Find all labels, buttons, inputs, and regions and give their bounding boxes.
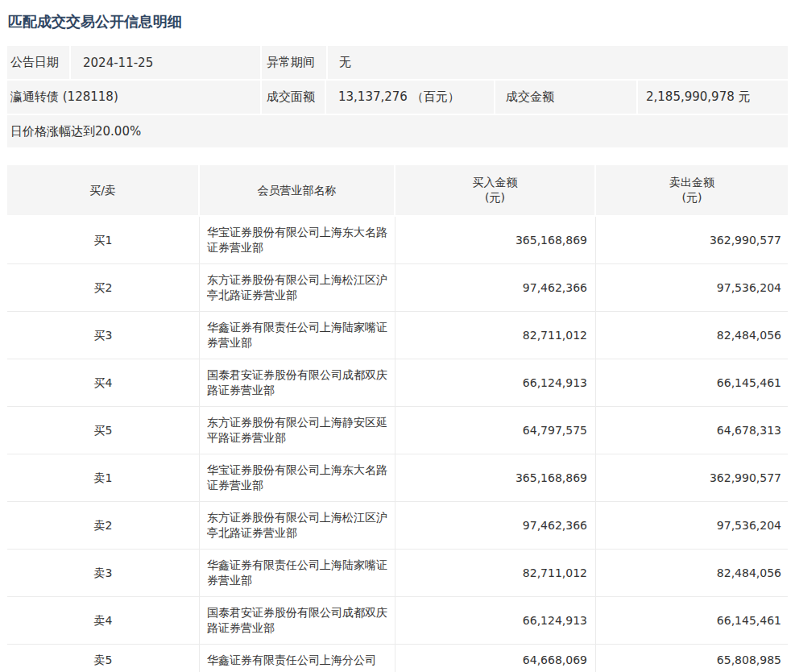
member-trade-table: 买/卖 会员营业部名称 买入金额 (元) 卖出金额 (元) 买1华宝证券股份有限… — [7, 165, 788, 672]
table-body: 买1华宝证券股份有限公司上海东大名路证券营业部365,168,869362,99… — [7, 217, 788, 672]
member-cell: 华鑫证券有限责任公司上海陆家嘴证券营业部 — [200, 550, 395, 596]
sell-amount-cell: 66,145,461 — [596, 597, 788, 644]
table-row: 卖4国泰君安证券股份有限公司成都双庆路证券营业部66,124,91366,145… — [7, 596, 788, 644]
side-cell: 买1 — [7, 217, 200, 263]
buy-amount-cell: 97,462,366 — [395, 264, 596, 311]
member-cell: 东方证券股份有限公司上海松江区沪亭北路证券营业部 — [200, 502, 395, 549]
table-row: 买4国泰君安证券股份有限公司成都双庆路证券营业部66,124,91366,145… — [7, 359, 788, 406]
table-row: 买3华鑫证券有限责任公司上海陆家嘴证券营业部82,711,01282,484,0… — [7, 311, 788, 359]
table-row: 买2东方证券股份有限公司上海松江区沪亭北路证券营业部97,462,36697,5… — [7, 263, 788, 311]
buy-amount-cell: 97,462,366 — [395, 502, 596, 549]
info-row-security: 瀛通转债 (128118) 成交面额 13,137,276 （百元） 成交金额 … — [7, 81, 788, 114]
member-cell: 华鑫证券有限责任公司上海分公司 — [200, 645, 395, 672]
buy-amount-cell: 66,124,913 — [395, 597, 596, 644]
announce-date-label: 公告日期 — [7, 46, 69, 79]
column-header-buy-amount: 买入金额 (元) — [395, 165, 596, 215]
buy-amount-cell: 82,711,012 — [395, 550, 596, 596]
sell-amount-cell: 362,990,577 — [596, 217, 788, 263]
sell-amount-cell: 97,536,204 — [596, 264, 788, 311]
face-value-label: 成交面额 — [262, 81, 325, 114]
side-cell: 买3 — [7, 312, 200, 359]
buy-amount-cell: 64,797,575 — [395, 407, 596, 454]
sell-amount-cell: 362,990,577 — [596, 454, 788, 501]
table-row: 卖3华鑫证券有限责任公司上海陆家嘴证券营业部82,711,01282,484,0… — [7, 549, 788, 596]
table-row: 买5东方证券股份有限公司上海静安区延平路证券营业部64,797,57564,67… — [7, 406, 788, 454]
info-row-date: 公告日期 2024-11-25 异常期间 无 — [7, 46, 788, 79]
buy-amount-cell: 365,168,869 — [395, 454, 596, 501]
side-cell: 买5 — [7, 407, 200, 454]
security-name: 瀛通转债 (128118) — [7, 81, 260, 114]
buy-amount-cell: 66,124,913 — [395, 359, 596, 406]
side-cell: 卖2 — [7, 502, 200, 549]
member-cell: 华宝证券股份有限公司上海东大名路证券营业部 — [200, 217, 395, 263]
abnormal-period-label: 异常期间 — [262, 46, 326, 79]
side-cell: 买2 — [7, 264, 200, 311]
side-cell: 卖1 — [7, 454, 200, 501]
column-header-sell-amount: 卖出金额 (元) — [596, 165, 788, 215]
amount-value: 2,185,990,978 元 — [638, 81, 788, 114]
column-header-side: 买/卖 — [7, 165, 200, 215]
info-row-note: 日价格涨幅达到20.00% — [7, 115, 788, 147]
face-value: 13,137,276 （百元） — [326, 81, 494, 114]
sell-amount-cell: 66,145,461 — [596, 359, 788, 406]
sell-amount-cell: 65,808,985 — [596, 645, 788, 672]
sell-amount-cell: 82,484,056 — [596, 312, 788, 359]
table-row: 买1华宝证券股份有限公司上海东大名路证券营业部365,168,869362,99… — [7, 217, 788, 263]
page-title: 匹配成交交易公开信息明细 — [8, 11, 795, 32]
side-cell: 卖3 — [7, 550, 200, 596]
column-header-member: 会员营业部名称 — [200, 165, 395, 215]
table-row: 卖5华鑫证券有限责任公司上海分公司64,668,06965,808,985 — [7, 644, 788, 672]
member-cell: 东方证券股份有限公司上海静安区延平路证券营业部 — [200, 407, 395, 454]
buy-amount-cell: 82,711,012 — [395, 312, 596, 359]
info-panel: 公告日期 2024-11-25 异常期间 无 瀛通转债 (128118) 成交面… — [7, 46, 788, 147]
member-cell: 国泰君安证券股份有限公司成都双庆路证券营业部 — [200, 597, 395, 644]
buy-amount-cell: 365,168,869 — [395, 217, 596, 263]
member-cell: 国泰君安证券股份有限公司成都双庆路证券营业部 — [200, 359, 395, 406]
match-trade-detail-page: 匹配成交交易公开信息明细 公告日期 2024-11-25 异常期间 无 瀛通转债… — [0, 0, 795, 672]
side-cell: 买4 — [7, 359, 200, 406]
buy-amount-cell: 64,668,069 — [395, 645, 596, 672]
sell-amount-cell: 97,536,204 — [596, 502, 788, 549]
table-row: 卖2东方证券股份有限公司上海松江区沪亭北路证券营业部97,462,36697,5… — [7, 501, 788, 549]
sell-amount-cell: 64,678,313 — [596, 407, 788, 454]
side-cell: 卖4 — [7, 597, 200, 644]
announce-date-value: 2024-11-25 — [71, 46, 260, 79]
member-cell: 华宝证券股份有限公司上海东大名路证券营业部 — [200, 454, 395, 501]
side-cell: 卖5 — [7, 645, 200, 672]
member-cell: 东方证券股份有限公司上海松江区沪亭北路证券营业部 — [200, 264, 395, 311]
sell-amount-cell: 82,484,056 — [596, 550, 788, 596]
amount-label: 成交金额 — [495, 81, 636, 114]
price-change-note: 日价格涨幅达到20.00% — [7, 115, 788, 147]
member-cell: 华鑫证券有限责任公司上海陆家嘴证券营业部 — [200, 312, 395, 359]
table-row: 卖1华宝证券股份有限公司上海东大名路证券营业部365,168,869362,99… — [7, 454, 788, 501]
table-header: 买/卖 会员营业部名称 买入金额 (元) 卖出金额 (元) — [7, 165, 788, 215]
abnormal-period-value: 无 — [328, 46, 788, 79]
